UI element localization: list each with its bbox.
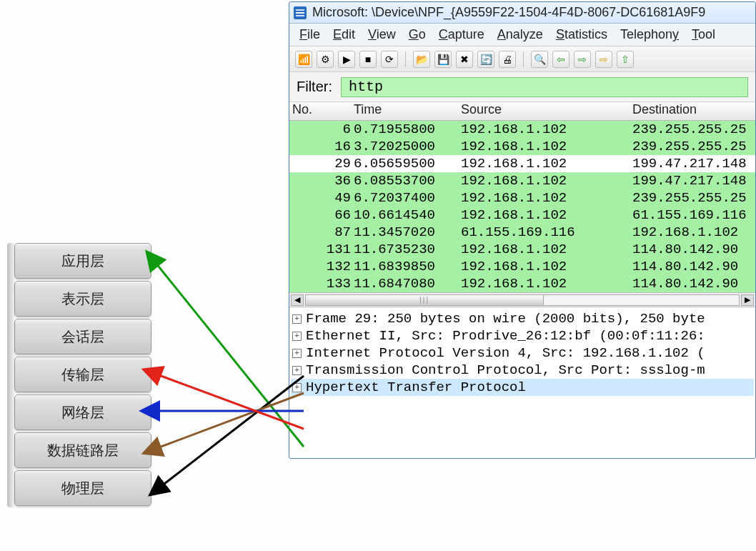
cell-source: 192.168.1.102 [461,121,632,137]
menu-edit[interactable]: Edit [333,27,355,42]
top-icon[interactable]: ⇧ [617,51,634,68]
cell-time: 6.72037400 [354,190,461,206]
cell-no: 6 [289,121,354,137]
packet-list[interactable]: 60.71955800192.168.1.102239.255.255.2516… [289,121,755,292]
forward-icon[interactable]: ⇨ [574,51,591,68]
print-icon[interactable]: 🖨 [499,51,516,68]
back-icon[interactable]: ⇦ [552,51,570,68]
expand-icon[interactable]: + [292,332,302,341]
packet-row[interactable]: 13111.6735230192.168.1.102114.80.142.90 [289,241,755,258]
tree-text: Internet Protocol Version 4, Src: 192.16… [306,345,705,361]
cell-time: 11.6839850 [354,259,461,274]
toolbar: 📶 ⚙ ▶ ■ ⟳ 📂 💾 ✖ 🔄 🖨 🔍 ⇦ ⇨ ⇨ ⇧ [289,46,755,72]
osi-layer-transport: 传输层 [14,357,151,392]
tree-text: Frame 29: 250 bytes on wire (2000 bits),… [306,311,705,327]
tree-row[interactable]: +Internet Protocol Version 4, Src: 192.1… [291,344,754,362]
col-header-destination[interactable]: Destination [632,102,755,120]
col-header-no[interactable]: No. [289,102,354,120]
svg-line-0 [156,263,304,447]
menu-go[interactable]: Go [409,27,426,42]
cell-destination: 192.168.1.102 [632,224,755,240]
wireshark-window: Microsoft: \Device\NPF_{A9559F22-1504-4F… [289,1,756,459]
cell-time: 0.71955800 [354,121,461,137]
cell-no: 66 [289,207,354,223]
app-icon [294,6,307,19]
expand-icon[interactable]: + [292,383,302,392]
window-titlebar: Microsoft: \Device\NPF_{A9559F22-1504-4F… [289,2,755,24]
tree-row[interactable]: +Ethernet II, Src: Prodrive_26:12:bf (00… [291,327,754,344]
cell-source: 192.168.1.102 [461,207,632,223]
osi-layer-application: 应用层 [14,243,151,279]
tree-row[interactable]: +Transmission Control Protocol, Src Port… [291,362,754,379]
svg-line-2 [157,393,304,448]
packet-row[interactable]: 163.72025000192.168.1.102239.255.255.25 [289,138,755,155]
interfaces-icon[interactable]: 📶 [295,51,312,68]
tree-text: Transmission Control Protocol, Src Port:… [306,362,705,378]
cell-source: 192.168.1.102 [461,190,632,206]
menu-view[interactable]: View [368,27,396,42]
packet-row[interactable]: 8711.345702061.155.169.116192.168.1.102 [289,224,755,241]
expand-icon[interactable]: + [292,314,302,324]
find-icon[interactable]: 🔍 [531,51,548,68]
scroll-right-icon[interactable]: ▶ [741,294,754,306]
menubar: File Edit View Go Capture Analyze Statis… [289,24,755,46]
packet-row[interactable]: 366.08553700192.168.1.102199.47.217.148 [289,172,755,189]
osi-layer-physical: 物理层 [14,470,151,506]
jump-icon[interactable]: ⇨ [595,51,612,68]
osi-layer-session: 会话层 [14,319,151,354]
open-icon[interactable]: 📂 [413,51,430,68]
tree-row[interactable]: +Hypertext Transfer Protocol [291,379,754,396]
packet-row[interactable]: 496.72037400192.168.1.102239.255.255.25 [289,189,755,207]
packet-row[interactable]: 6610.6614540192.168.1.10261.155.169.116 [289,207,755,224]
cell-source: 192.168.1.102 [461,173,632,189]
expand-icon[interactable]: + [292,366,302,375]
osi-layer-stack: 应用层 表示层 会话层 传输层 网络层 数据链路层 物理层 [14,243,151,508]
filter-bar: Filter: [289,72,755,102]
cell-destination: 239.255.255.25 [632,121,755,137]
scroll-left-icon[interactable]: ◀ [291,294,304,306]
cell-destination: 239.255.255.25 [632,190,755,206]
filter-input[interactable] [341,77,748,97]
stop-icon[interactable]: ■ [359,51,377,68]
save-icon[interactable]: 💾 [434,51,452,68]
cell-time: 11.6847080 [354,276,461,292]
scroll-thumb[interactable]: ||| [306,295,544,305]
cell-no: 131 [289,242,354,257]
expand-icon[interactable]: + [292,349,302,358]
packet-row[interactable]: 296.05659500192.168.1.102199.47.217.148 [289,155,755,172]
window-title: Microsoft: \Device\NPF_{A9559F22-1504-4F… [312,5,705,20]
start-icon[interactable]: ▶ [338,51,355,68]
packet-row[interactable]: 60.71955800192.168.1.102239.255.255.25 [289,121,755,138]
menu-analyze[interactable]: Analyze [497,27,543,42]
scroll-track[interactable]: ||| [305,294,740,306]
cell-time: 6.05659500 [354,156,461,172]
svg-line-1 [161,376,304,486]
menu-tools[interactable]: Tool [692,27,715,42]
cell-source: 192.168.1.102 [461,156,632,172]
osi-layer-datalink: 数据链路层 [14,432,151,468]
cell-time: 6.08553700 [354,173,461,189]
packet-row[interactable]: 13311.6847080192.168.1.102114.80.142.90 [289,275,755,292]
menu-file[interactable]: File [299,27,320,42]
osi-layer-network: 网络层 [14,394,151,430]
cell-no: 16 [289,139,354,154]
options-icon[interactable]: ⚙ [317,51,334,68]
cell-destination: 114.80.142.90 [632,276,755,292]
tree-text: Ethernet II, Src: Prodrive_26:12:bf (00:… [306,328,705,344]
tree-row[interactable]: +Frame 29: 250 bytes on wire (2000 bits)… [291,310,754,327]
col-header-time[interactable]: Time [354,102,461,120]
packet-details-tree[interactable]: +Frame 29: 250 bytes on wire (2000 bits)… [289,307,755,458]
reload-icon[interactable]: 🔄 [477,51,494,68]
menu-statistics[interactable]: Statistics [556,27,607,42]
menu-telephony[interactable]: Telephony [620,27,679,42]
cell-destination: 61.155.169.116 [632,207,755,223]
horizontal-scrollbar[interactable]: ◀ ||| ▶ [289,292,755,307]
packet-row[interactable]: 13211.6839850192.168.1.102114.80.142.90 [289,258,755,275]
svg-line-4 [157,374,304,429]
col-header-source[interactable]: Source [461,102,632,120]
restart-icon[interactable]: ⟳ [381,51,398,68]
close-icon[interactable]: ✖ [456,51,473,68]
cell-destination: 199.47.217.148 [632,173,755,189]
cell-source: 192.168.1.102 [461,259,632,274]
menu-capture[interactable]: Capture [439,27,484,42]
